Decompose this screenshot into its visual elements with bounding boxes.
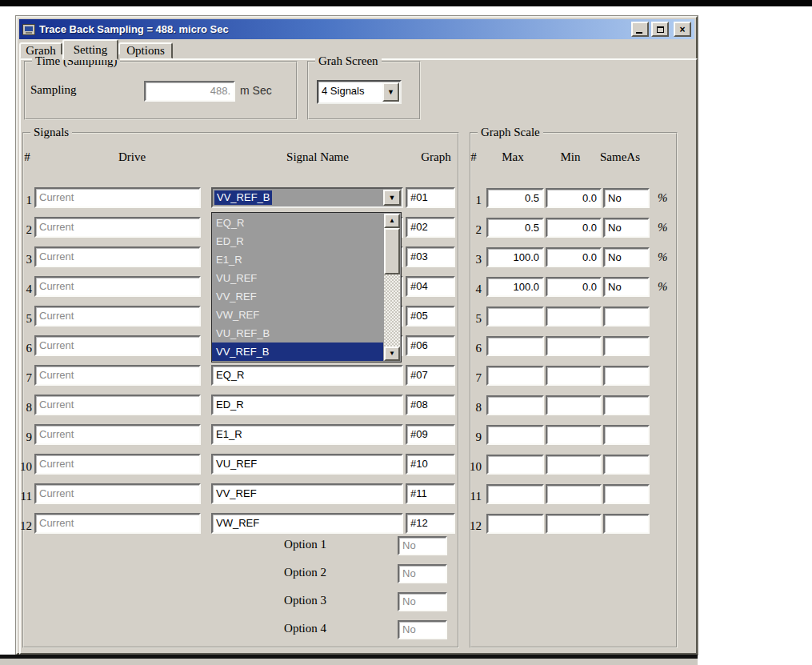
signal-name-dropdown-list: EQ_R ED_R E1_R VU_REF VV_REF VW_REF VU_R… — [211, 212, 402, 363]
scale-row-number: 7 — [459, 371, 482, 385]
graph-scale-group-label: Graph Scale — [478, 126, 543, 139]
dropdown-item-vv-ref[interactable]: VV_REF — [212, 287, 383, 306]
min-field-6[interactable] — [546, 336, 602, 356]
page-bottom-strip — [0, 659, 698, 665]
dropdown-item-vu-ref-b[interactable]: VU_REF_B — [212, 324, 383, 343]
max-field-5[interactable] — [486, 306, 544, 326]
graph-screen-group-label: Grah Screen — [315, 54, 382, 68]
percent-label: % — [658, 250, 668, 264]
max-field-7[interactable] — [486, 366, 544, 386]
sameas-field-9[interactable] — [603, 425, 650, 445]
option-4-field[interactable]: No — [398, 620, 447, 639]
tab-options[interactable]: Options — [118, 42, 173, 59]
chevron-down-icon[interactable]: ▼ — [382, 82, 399, 102]
sameas-field-7[interactable] — [603, 366, 650, 386]
max-field-6[interactable] — [486, 336, 544, 356]
percent-label: % — [658, 191, 668, 205]
max-field-4[interactable]: 100.0 — [486, 277, 544, 297]
sampling-label: Sampling — [30, 83, 77, 97]
signals-header-num: # — [19, 150, 35, 164]
min-field-2[interactable]: 0.0 — [546, 218, 602, 238]
minimize-button[interactable] — [631, 22, 649, 37]
graph-screen-select[interactable]: 4 Signals ▼ — [317, 80, 402, 104]
min-field-1[interactable]: 0.0 — [546, 188, 602, 208]
option-1-field[interactable]: No — [398, 536, 447, 555]
sameas-field-2[interactable]: No — [603, 218, 650, 238]
app-icon — [22, 24, 35, 35]
dropdown-item-e1-r[interactable]: E1_R — [212, 250, 383, 269]
percent-label: % — [658, 280, 668, 294]
min-field-3[interactable]: 0.0 — [546, 247, 602, 267]
scale-row-number: 6 — [459, 342, 482, 355]
min-field-11[interactable] — [546, 484, 602, 504]
sameas-field-12[interactable] — [603, 514, 650, 534]
max-field-2[interactable]: 0.5 — [486, 218, 544, 238]
option-2-field[interactable]: No — [398, 564, 447, 583]
sameas-field-10[interactable] — [603, 455, 650, 475]
trace-back-sampling-window: Trace Back Sampling = 488. micro Sec × G… — [16, 16, 698, 655]
percent-label: % — [658, 221, 668, 234]
min-field-8[interactable] — [546, 395, 602, 415]
scale-row-number: 8 — [459, 401, 482, 415]
scale-row-12: 12 — [18, 513, 699, 534]
option-1-label: Option 1 — [218, 538, 326, 551]
graph-scale-group: Graph Scale — [470, 132, 678, 648]
scale-row-9: 9 — [18, 424, 699, 445]
sameas-field-11[interactable] — [603, 484, 650, 504]
scale-row-11: 11 — [18, 483, 699, 504]
option-4-label: Option 4 — [218, 622, 326, 635]
sameas-field-5[interactable] — [603, 306, 650, 326]
option-3-label: Option 3 — [218, 594, 326, 607]
sameas-field-4[interactable]: No — [603, 277, 650, 297]
scale-row-10: 10 — [18, 454, 699, 475]
sampling-unit-label: m Sec — [240, 84, 272, 97]
signals-group-label: Signals — [30, 126, 72, 139]
signals-header-signal: Signal Name — [262, 150, 374, 164]
sameas-field-6[interactable] — [603, 336, 650, 356]
min-field-7[interactable] — [546, 366, 602, 386]
graph-screen-selected-value: 4 Signals — [322, 85, 364, 97]
close-button[interactable]: × — [674, 22, 691, 37]
close-icon: × — [679, 25, 685, 34]
scale-row-number: 5 — [459, 312, 482, 326]
scale-row-number: 12 — [459, 519, 482, 533]
scale-row-number: 11 — [459, 490, 482, 503]
scale-row-number: 4 — [459, 282, 482, 296]
dropdown-scrollbar[interactable]: ▲ ▼ — [384, 214, 400, 361]
sameas-field-3[interactable]: No — [603, 247, 650, 267]
min-field-12[interactable] — [546, 514, 602, 534]
title-bar[interactable]: Trace Back Sampling = 488. micro Sec × — [19, 19, 694, 39]
max-field-3[interactable]: 100.0 — [486, 247, 544, 267]
dropdown-item-vw-ref[interactable]: VW_REF — [212, 306, 383, 324]
scroll-down-icon[interactable]: ▼ — [384, 347, 400, 361]
scale-row-number: 9 — [459, 431, 482, 444]
dropdown-item-ed-r[interactable]: ED_R — [212, 232, 383, 250]
scale-header-max: Max — [490, 150, 536, 164]
max-field-10[interactable] — [486, 455, 544, 475]
max-field-9[interactable] — [486, 425, 544, 445]
window-title: Trace Back Sampling = 488. micro Sec — [39, 23, 229, 35]
max-field-12[interactable] — [486, 514, 544, 534]
scale-row-8: 8 — [18, 395, 699, 415]
dropdown-item-vv-ref-b-selected[interactable]: VV_REF_B — [212, 343, 383, 361]
scale-row-number: 10 — [459, 460, 482, 474]
max-field-1[interactable]: 0.5 — [486, 188, 544, 208]
sampling-input[interactable]: 488. — [144, 81, 235, 102]
min-field-4[interactable]: 0.0 — [546, 277, 602, 297]
sameas-field-1[interactable]: No — [603, 188, 650, 208]
sameas-field-8[interactable] — [603, 395, 650, 415]
scroll-up-icon[interactable]: ▲ — [384, 214, 400, 228]
min-field-10[interactable] — [546, 455, 602, 475]
maximize-button[interactable] — [651, 22, 669, 37]
min-field-5[interactable] — [546, 306, 602, 326]
max-field-11[interactable] — [486, 484, 544, 504]
tab-setting[interactable]: Setting — [62, 39, 118, 60]
dropdown-item-eq-r[interactable]: EQ_R — [212, 214, 383, 232]
scrollbar-thumb[interactable] — [384, 228, 400, 274]
min-field-9[interactable] — [546, 425, 602, 445]
dropdown-item-vu-ref[interactable]: VU_REF — [212, 269, 383, 287]
scale-header-num: # — [466, 150, 482, 164]
option-3-field[interactable]: No — [398, 592, 447, 611]
scale-row-number: 3 — [459, 253, 482, 266]
max-field-8[interactable] — [486, 395, 544, 415]
